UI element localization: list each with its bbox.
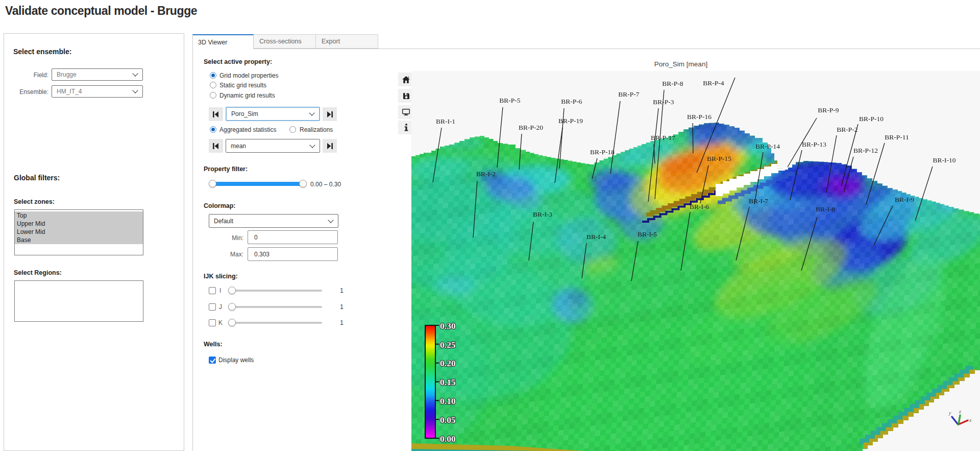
svg-text:BR-P-15: BR-P-15	[707, 155, 731, 162]
svg-text:BR-P-8: BR-P-8	[662, 80, 683, 87]
svg-text:BR-I-2: BR-I-2	[476, 170, 496, 178]
svg-text:BR-P-12: BR-P-12	[853, 147, 878, 154]
svg-text:BR-P-17: BR-P-17	[651, 134, 675, 141]
svg-text:0.05: 0.05	[440, 415, 456, 425]
svg-text:BR-P-11: BR-P-11	[885, 133, 909, 141]
svg-text:0.00: 0.00	[440, 434, 456, 444]
svg-text:BR-I-3: BR-I-3	[533, 210, 552, 218]
svg-text:Poro_Sim [mean]: Poro_Sim [mean]	[654, 60, 707, 68]
svg-text:BR-I-8: BR-I-8	[816, 205, 835, 213]
svg-text:BR-P-4: BR-P-4	[703, 79, 724, 87]
svg-text:x: x	[969, 417, 972, 423]
svg-text:BR-P-16: BR-P-16	[687, 113, 712, 121]
svg-text:0.30: 0.30	[440, 321, 456, 331]
svg-text:BR-P-20: BR-P-20	[519, 124, 543, 131]
svg-text:BR-I-5: BR-I-5	[638, 230, 657, 238]
svg-text:BR-P-19: BR-P-19	[558, 117, 583, 125]
svg-text:0.10: 0.10	[440, 396, 456, 406]
svg-text:BR-P-14: BR-P-14	[755, 143, 780, 150]
svg-text:z: z	[959, 409, 961, 414]
svg-text:BR-P-10: BR-P-10	[859, 115, 884, 123]
svg-text:BR-P-13: BR-P-13	[802, 140, 826, 148]
svg-text:BR-P-7: BR-P-7	[618, 90, 640, 98]
svg-text:BR-P-5: BR-P-5	[499, 97, 521, 104]
svg-text:BR-P-2: BR-P-2	[837, 126, 857, 133]
svg-text:BR-P-9: BR-P-9	[818, 106, 839, 114]
svg-text:BR-I-6: BR-I-6	[690, 203, 709, 210]
svg-text:BR-I-1: BR-I-1	[436, 117, 455, 125]
svg-text:BR-P-6: BR-P-6	[561, 98, 582, 105]
svg-text:BR-P-18: BR-P-18	[590, 148, 615, 156]
svg-text:BR-P-3: BR-P-3	[653, 98, 674, 106]
svg-text:0.15: 0.15	[440, 377, 456, 387]
svg-text:y: y	[948, 410, 951, 416]
svg-text:BR-I-7: BR-I-7	[749, 197, 768, 205]
svg-text:BR-I-4: BR-I-4	[586, 233, 606, 241]
svg-text:0.25: 0.25	[440, 340, 456, 350]
svg-text:BR-I-9: BR-I-9	[895, 196, 914, 203]
svg-text:BR-I-10: BR-I-10	[933, 156, 956, 164]
svg-text:0.20: 0.20	[440, 358, 456, 368]
